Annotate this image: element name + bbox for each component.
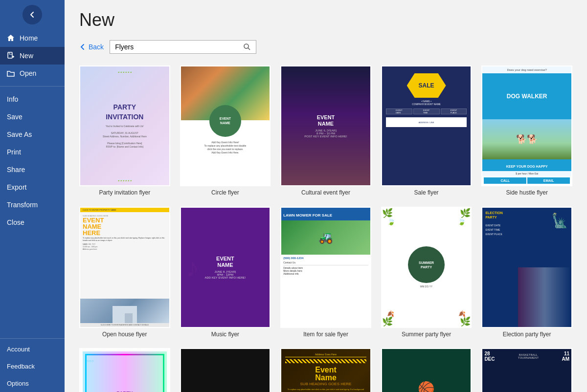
template-card-election-party[interactable]: 🗽 ELECTIONPARTY EVENT DATEEVENT TIMEEVEN… [481, 207, 572, 338]
sidebar-menu-section: Info Save Save As Print Share Export Tra… [0, 90, 65, 338]
template-preview-cultural-event: EVENTNAME JUNE 6, [YEAR]8 PM – 10 PMPOST… [280, 65, 371, 186]
template-preview-basketball-tournament: 28DEC BASKETBALLTOURNAMENT 11AM 🏀 A ho [481, 348, 572, 392]
template-preview-side-hustle: Does your dog need exercise? DOG WALKER … [481, 65, 572, 186]
template-preview-item-for-sale: LAWN MOWER FOR SALE 🚜 (500) 000-1234 Con… [280, 207, 371, 327]
sidebar-item-new[interactable]: New [0, 47, 65, 65]
template-label-item-for-sale: Item for sale flyer [303, 331, 348, 339]
sidebar-item-options[interactable]: Options [0, 375, 65, 392]
back-arrow-icon [79, 44, 86, 50]
home-icon [7, 34, 15, 42]
template-label-sale-flyer: Sale flyer [414, 189, 439, 197]
sidebar-bottom-section: Account Feedback Options [0, 338, 65, 392]
template-card-side-hustle[interactable]: Does your dog need exercise? DOG WALKER … [481, 65, 572, 197]
template-preview-party-invitation-2: PARTYINVITATION YOU'RE INVITED TO CELEBR… [79, 348, 170, 392]
open-icon [7, 69, 15, 77]
sidebar-label-info: Info [7, 95, 18, 103]
template-grid: 🍃🍃🍃🍃🍃🍃 PARTY INVITATION You're Invited t… [79, 65, 572, 392]
template-card-open-house[interactable]: CLICK TO ENTER PROPERTY NAME SUB HEADING… [79, 207, 170, 338]
sidebar-divider-1 [0, 86, 65, 87]
sidebar-label-transform: Transform [7, 201, 38, 209]
template-label-music-flyer: Music flyer [211, 331, 239, 339]
sidebar-label-feedback: Feedback [7, 363, 35, 370]
template-card-event-gold[interactable]: Address Goes Here EventName SUB HEADING … [280, 348, 371, 392]
back-label: Back [89, 43, 104, 51]
sidebar-label-home: Home [20, 34, 38, 42]
svg-rect-0 [8, 52, 12, 58]
template-card-party-invitation-2[interactable]: PARTYINVITATION YOU'RE INVITED TO CELEBR… [79, 348, 170, 392]
sidebar-label-options: Options [7, 380, 29, 387]
template-label-party-invitation: Party invitation flyer [99, 189, 150, 197]
toolbar: Back [79, 40, 572, 54]
sidebar-item-feedback[interactable]: Feedback [0, 358, 65, 375]
template-preview-event-dark: EVENTNAME HERE SUB HEADING GOES HERE Pho… [180, 348, 271, 392]
template-preview-music-flyer: ♪ EVENTNAME JUNE 8, [YEAR]6PM - 12PMADD … [180, 207, 271, 327]
template-card-sale-flyer[interactable]: SALE • NAME •COMPANY/EVENT NAME EVENTDAT… [381, 65, 472, 197]
template-label-open-house: Open house flyer [102, 331, 147, 339]
sidebar-item-transform[interactable]: Transform [0, 196, 65, 214]
template-card-event-dark[interactable]: EVENTNAME HERE SUB HEADING GOES HERE Pho… [180, 348, 271, 392]
template-card-summer-party[interactable]: 🌿 🌿 🌿 🌿 🍃 🍃 🍂 🍂 SUMMERPARTY MM.DD.YY [381, 207, 472, 338]
sidebar-label-save: Save [7, 113, 23, 121]
template-preview-basketball-block: 🏀 BASKETBALLBLOCKPARTY DD MONTH Players … [381, 348, 472, 392]
template-preview-event-gold: Address Goes Here EventName SUB HEADING … [280, 348, 371, 392]
music-note-icon: ♪ [186, 252, 200, 283]
sidebar-label-open: Open [20, 69, 36, 77]
sidebar-label-account: Account [7, 346, 30, 353]
svg-point-1 [244, 44, 248, 48]
template-preview-summer-party: 🌿 🌿 🌿 🌿 🍃 🍃 🍂 🍂 SUMMERPARTY MM.DD.YY [381, 207, 472, 327]
template-card-circle-flyer[interactable]: EVENTNAME Add Key Event Info Here!To rep… [180, 65, 271, 197]
sidebar-label-new: New [20, 52, 33, 60]
template-card-item-for-sale[interactable]: LAWN MOWER FOR SALE 🚜 (500) 000-1234 Con… [280, 207, 371, 338]
app-back-button[interactable] [23, 5, 42, 24]
sidebar: Home New Open Info Save Save As Print Sh… [0, 0, 65, 392]
sidebar-label-save-as: Save As [7, 131, 32, 138]
sidebar-item-close[interactable]: Close [0, 214, 65, 231]
sidebar-item-save-as[interactable]: Save As [0, 126, 65, 143]
template-preview-sale-flyer: SALE • NAME •COMPANY/EVENT NAME EVENTDAT… [381, 65, 472, 186]
template-label-election-party: Election party flyer [503, 331, 551, 339]
search-box [110, 40, 256, 54]
template-label-summer-party: Summer party flyer [402, 331, 451, 339]
sidebar-item-save[interactable]: Save [0, 108, 65, 126]
template-card-basketball-block[interactable]: 🏀 BASKETBALLBLOCKPARTY DD MONTH Players … [381, 348, 472, 392]
new-icon [7, 52, 15, 60]
sidebar-label-export: Export [7, 183, 26, 191]
template-card-cultural-event[interactable]: EVENTNAME JUNE 6, [YEAR]8 PM – 10 PMPOST… [280, 65, 371, 197]
svg-line-2 [248, 48, 250, 50]
back-link[interactable]: Back [79, 43, 104, 51]
search-icon [243, 43, 251, 51]
template-card-music-flyer[interactable]: ♪ EVENTNAME JUNE 8, [YEAR]6PM - 12PMADD … [180, 207, 271, 338]
sidebar-item-export[interactable]: Export [0, 178, 65, 196]
template-label-side-hustle: Side hustle flyer [506, 189, 548, 197]
main-content: New Back 🍃🍃🍃🍃🍃🍃 PARTY INVITATION [65, 0, 587, 392]
sidebar-item-home[interactable]: Home [0, 29, 65, 47]
sidebar-item-share[interactable]: Share [0, 161, 65, 178]
sidebar-label-share: Share [7, 166, 25, 174]
template-preview-election-party: 🗽 ELECTIONPARTY EVENT DATEEVENT TIMEEVEN… [481, 207, 572, 327]
template-label-cultural-event: Cultural event flyer [301, 189, 350, 197]
sidebar-item-open[interactable]: Open [0, 65, 65, 82]
template-card-basketball-tournament[interactable]: 28DEC BASKETBALLTOURNAMENT 11AM 🏀 A ho [481, 348, 572, 392]
sidebar-label-print: Print [7, 148, 21, 156]
sidebar-item-info[interactable]: Info [0, 90, 65, 108]
template-preview-open-house: CLICK TO ENTER PROPERTY NAME SUB HEADING… [79, 207, 170, 327]
page-title: New [79, 10, 572, 30]
sidebar-item-account[interactable]: Account [0, 341, 65, 358]
sidebar-label-close: Close [7, 218, 24, 226]
sidebar-item-print[interactable]: Print [0, 143, 65, 161]
basketball-icon: 🏀 [418, 381, 435, 392]
search-input[interactable] [115, 43, 243, 51]
template-label-circle-flyer: Circle flyer [211, 189, 239, 197]
template-card-party-invitation[interactable]: 🍃🍃🍃🍃🍃🍃 PARTY INVITATION You're Invited t… [79, 65, 170, 197]
template-preview-party-invitation: 🍃🍃🍃🍃🍃🍃 PARTY INVITATION You're Invited t… [79, 65, 170, 186]
template-preview-circle-flyer: EVENTNAME Add Key Event Info Here!To rep… [180, 65, 271, 186]
